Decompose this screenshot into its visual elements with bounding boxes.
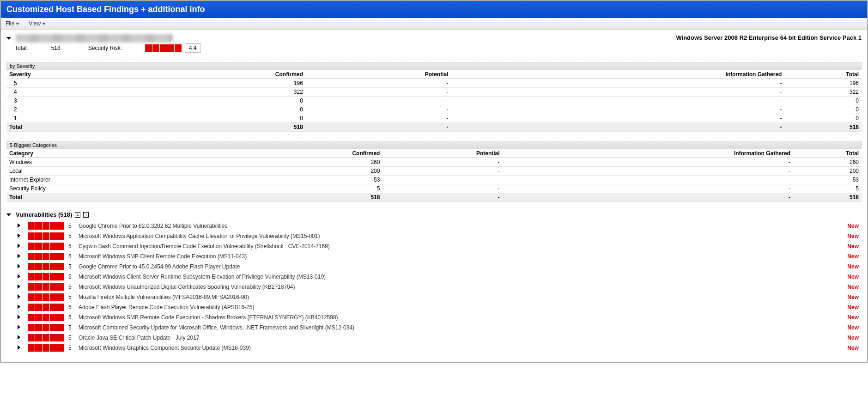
expand-row-icon[interactable] — [18, 253, 24, 260]
chevron-down-icon — [16, 23, 19, 25]
cell-info: - — [451, 97, 785, 105]
col-potential: Potential — [382, 149, 502, 158]
vuln-title[interactable]: Microsoft Windows Client-Server Runtime … — [79, 274, 835, 280]
status-badge: New — [838, 304, 862, 311]
col-info: Information Gathered — [503, 149, 793, 158]
vuln-row: 5Mozilla Firefox Multiple Vulnerabilitie… — [6, 292, 862, 302]
vuln-title[interactable]: Adobe Flash Player Remote Code Execution… — [79, 304, 835, 311]
expand-row-icon[interactable] — [18, 324, 24, 331]
table-row: 10--0 — [6, 114, 862, 123]
cell-potential: - — [306, 88, 451, 97]
col-category: Category — [6, 149, 177, 158]
expand-row-icon[interactable] — [18, 294, 24, 300]
expand-row-icon[interactable] — [18, 263, 24, 270]
vuln-row: 5Microsoft Windows Graphics Component Se… — [6, 343, 862, 353]
cell-potential: - — [306, 97, 451, 105]
severity-bar — [28, 304, 65, 311]
vuln-title[interactable]: Oracle Java SE Critical Patch Update - J… — [79, 335, 835, 341]
cell-total: 0 — [784, 105, 862, 114]
vuln-row: 5Google Chrome Prior to 45.0.2454.99 Ado… — [6, 262, 862, 272]
severity-bar — [28, 243, 65, 250]
total-label: Total: — [15, 45, 28, 51]
cell-info: - — [503, 176, 793, 184]
cell-potential: - — [382, 184, 502, 193]
vuln-title[interactable]: Google Chrome Prior to 62.0.3202.62 Mult… — [79, 223, 835, 229]
risk-label: Security Risk: — [88, 45, 122, 51]
vuln-title[interactable]: Microsoft Windows Graphics Component Sec… — [79, 345, 835, 351]
expand-row-icon[interactable] — [18, 314, 24, 321]
menu-file[interactable]: File — [6, 20, 19, 27]
col-confirmed: Confirmed — [58, 70, 306, 79]
cell-info: - — [451, 79, 785, 88]
cell-category: Internet Explorer — [6, 176, 177, 184]
col-total: Total — [784, 70, 862, 79]
cell-info: - — [451, 123, 785, 132]
table-row-total: Total518--518 — [6, 123, 862, 132]
cell-total: 196 — [784, 79, 862, 88]
vuln-row: 5Google Chrome Prior to 62.0.3202.62 Mul… — [6, 221, 862, 231]
status-badge: New — [838, 263, 862, 270]
status-badge: New — [838, 324, 862, 331]
cell-confirmed: 0 — [58, 114, 306, 123]
table-row: Local200--200 — [6, 167, 862, 176]
expand-row-icon[interactable] — [18, 243, 24, 250]
vuln-title[interactable]: Microsoft Windows Application Compatibil… — [79, 233, 835, 239]
expand-row-icon[interactable] — [18, 274, 24, 280]
vuln-title[interactable]: Mozilla Firefox Multiple Vulnerabilities… — [79, 294, 835, 300]
vuln-row: 5Adobe Flash Player Remote Code Executio… — [6, 302, 862, 312]
table-row: 20--0 — [6, 105, 862, 114]
risk-severity-bar — [145, 44, 182, 52]
expand-all-icon[interactable]: + — [75, 212, 80, 218]
expand-row-icon[interactable] — [18, 223, 24, 229]
status-badge: New — [838, 253, 862, 260]
col-severity: Severity — [6, 70, 58, 79]
cell-info: - — [503, 158, 793, 167]
collapse-all-icon[interactable]: − — [83, 212, 89, 218]
expand-row-icon[interactable] — [18, 345, 24, 351]
collapse-host-icon[interactable] — [6, 37, 11, 40]
vuln-row: 5Oracle Java SE Critical Patch Update - … — [6, 333, 862, 343]
risk-value: 4.4 — [185, 43, 201, 53]
cell-total: 260 — [793, 158, 862, 167]
vuln-title[interactable]: Microsoft Windows SMB Remote Code Execut… — [79, 314, 835, 321]
cell-potential: - — [306, 79, 451, 88]
categories-table: Category Confirmed Potential Information… — [6, 149, 862, 202]
cell-total: 0 — [784, 97, 862, 105]
cell-confirmed: 322 — [58, 88, 306, 97]
expand-row-icon[interactable] — [18, 284, 24, 290]
cell-confirmed: 518 — [177, 193, 382, 202]
vuln-title[interactable]: Google Chrome Prior to 45.0.2454.99 Adob… — [79, 263, 835, 270]
severity-bar — [28, 253, 65, 260]
cell-total: 5 — [793, 184, 862, 193]
table-row-total: Total518--518 — [6, 193, 862, 202]
cell-potential: - — [382, 167, 502, 176]
cell-total: 200 — [793, 167, 862, 176]
cell-potential: - — [306, 123, 451, 132]
cell-info: - — [503, 184, 793, 193]
expand-row-icon[interactable] — [18, 304, 24, 311]
cell-info: - — [451, 105, 785, 114]
expand-row-icon[interactable] — [18, 335, 24, 341]
expand-row-icon[interactable] — [18, 233, 24, 239]
vuln-title[interactable]: Cygwin Bash Command Injection/Remote Cod… — [79, 243, 835, 250]
page-banner: Customized Host Based Findings + additio… — [1, 1, 867, 18]
vuln-section-header[interactable]: Vulnerabilities (518) + − — [6, 211, 862, 218]
vuln-row: 5Microsoft Windows SMB Client Remote Cod… — [6, 251, 862, 262]
menu-view[interactable]: View — [29, 20, 46, 27]
cell-info: - — [503, 193, 793, 202]
cell-confirmed: 260 — [177, 158, 382, 167]
collapse-vuln-icon[interactable] — [6, 213, 11, 216]
cell-confirmed: 196 — [58, 79, 306, 88]
severity-bar — [28, 273, 65, 280]
cell-category: Security Policy — [6, 184, 177, 193]
col-confirmed: Confirmed — [177, 149, 382, 158]
vuln-title[interactable]: Microsoft Combined Security Update for M… — [79, 324, 835, 331]
cell-total: 322 — [784, 88, 862, 97]
table-row: Internet Explorer53--53 — [6, 176, 862, 184]
status-badge: New — [838, 314, 862, 321]
cell-confirmed: 53 — [177, 176, 382, 184]
chevron-down-icon — [42, 23, 46, 25]
vuln-title[interactable]: Microsoft Windows SMB Client Remote Code… — [79, 253, 835, 260]
cell-severity: Total — [6, 123, 58, 132]
vuln-title[interactable]: Microsoft Windows Unauthorized Digital C… — [79, 284, 835, 290]
